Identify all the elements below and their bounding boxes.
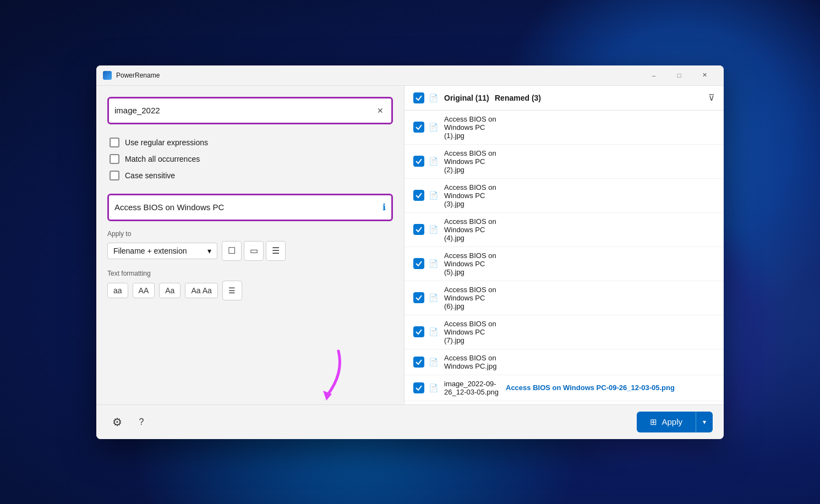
apply-dropdown-button[interactable]: ▾ bbox=[696, 412, 713, 432]
row-checkbox[interactable] bbox=[413, 357, 424, 368]
icon-btn-group: ☐ ▭ ☰ bbox=[222, 241, 286, 261]
uppercase-button[interactable]: AA bbox=[133, 283, 155, 298]
file-name-original: Access BIOS on Windows PC.jpg bbox=[444, 354, 501, 370]
file-icon: 📄 bbox=[429, 225, 440, 234]
match-all-label: Match all occurrences bbox=[125, 155, 200, 163]
main-content: ✕ Use regular expressions Match all occu… bbox=[96, 85, 724, 404]
text-formatting-row: aa AA Aa Aa Aa ☰ bbox=[107, 281, 393, 300]
file-row: 📄Access BIOS on Windows PC.jpg bbox=[404, 349, 724, 375]
case-sensitive-label: Case sensitive bbox=[125, 171, 175, 180]
clear-search-button[interactable]: ✕ bbox=[375, 105, 386, 116]
right-panel: 📄 Original (11) Renamed (3) ⊽ 📄Access BI… bbox=[404, 86, 724, 404]
file-row: 📄Access BIOS on Windows PC (2).jpg bbox=[404, 145, 724, 179]
header-file-icon: 📄 bbox=[429, 92, 440, 103]
row-checkbox[interactable] bbox=[413, 326, 424, 337]
power-rename-window: PowerRename – □ ✕ ✕ Use regular expressi… bbox=[96, 65, 724, 439]
replace-input[interactable] bbox=[114, 202, 382, 212]
file-row: 📄image_2022-09-26_12-03-05.pngAccess BIO… bbox=[404, 375, 724, 401]
file-row: 📄Access BIOS on Windows PC (5).jpg bbox=[404, 247, 724, 281]
file-icon-button[interactable]: ☐ bbox=[222, 241, 242, 261]
file-icon: 📄 bbox=[429, 259, 440, 268]
case-sensitive-checkbox[interactable] bbox=[110, 171, 119, 180]
window-title: PowerRename bbox=[116, 72, 160, 79]
search-input[interactable] bbox=[114, 106, 375, 115]
file-list: 📄Access BIOS on Windows PC (1).jpg📄Acces… bbox=[404, 111, 724, 404]
file-name-original: Access BIOS on Windows PC (6).jpg bbox=[444, 286, 501, 310]
window-controls: – □ ✕ bbox=[641, 67, 717, 84]
file-row: 📄Access BIOS on Windows PC (7).jpg bbox=[404, 315, 724, 349]
file-row: 📄Access BIOS on Windows PC (6).jpg bbox=[404, 281, 724, 315]
replace-box: ℹ bbox=[109, 195, 391, 220]
case-sensitive-row: Case sensitive bbox=[110, 171, 391, 180]
file-row: 📄Access BIOS on Windows PC (3).jpg bbox=[404, 179, 724, 213]
file-name-original: Access BIOS on Windows PC (2).jpg bbox=[444, 149, 501, 174]
apply-icon: ⊞ bbox=[650, 417, 657, 427]
file-name-original: Access BIOS on Windows PC (4).jpg bbox=[444, 217, 501, 242]
row-checkbox[interactable] bbox=[413, 190, 424, 201]
file-icon: 📄 bbox=[429, 293, 440, 302]
list-icon-button[interactable]: ☰ bbox=[266, 241, 286, 261]
row-checkbox[interactable] bbox=[413, 156, 424, 167]
file-icon: 📄 bbox=[429, 327, 440, 336]
apply-btn-group: ⊞ Apply ▾ bbox=[637, 412, 713, 432]
use-regex-checkbox[interactable] bbox=[110, 138, 119, 147]
bottom-left: ⚙ ? bbox=[107, 412, 151, 432]
apply-to-row: Filename + extension ▾ ☐ ▭ ☰ bbox=[107, 241, 393, 261]
text-formatting-label: Text formatting bbox=[107, 270, 393, 277]
file-row: 📄Access BIOS on Windows PC (4).jpg bbox=[404, 213, 724, 247]
col-original-header: Original (11) bbox=[444, 94, 490, 102]
page-icon-button[interactable]: ▭ bbox=[244, 241, 264, 261]
search-box: ✕ bbox=[109, 98, 391, 123]
app-icon bbox=[103, 71, 112, 80]
options-checkboxes: Use regular expressions Match all occurr… bbox=[107, 133, 393, 185]
minimize-button[interactable]: – bbox=[641, 67, 666, 84]
file-row: 📄Access BIOS on Windows PC (1).jpg bbox=[404, 111, 724, 145]
row-checkbox[interactable] bbox=[413, 258, 424, 269]
dropdown-value: Filename + extension bbox=[113, 246, 187, 255]
file-name-original: Access BIOS on Windows PC (3).jpg bbox=[444, 183, 501, 208]
use-regex-row: Use regular expressions bbox=[110, 138, 391, 147]
info-button[interactable]: ℹ bbox=[382, 202, 386, 212]
file-name-original: Access BIOS on Windows PC (5).jpg bbox=[444, 251, 501, 276]
close-button[interactable]: ✕ bbox=[692, 67, 717, 84]
apply-to-dropdown[interactable]: Filename + extension ▾ bbox=[107, 243, 217, 259]
apply-to-label: Apply to bbox=[107, 230, 393, 238]
bottom-bar: ⚙ ? ⊞ Apply ▾ bbox=[96, 404, 724, 439]
file-name-renamed: Access BIOS on Windows PC-09-26_12-03-05… bbox=[506, 384, 715, 392]
file-row: 📄image_2022-09-26_12-03-47.pngAccess BIO… bbox=[404, 401, 724, 404]
file-icon: 📄 bbox=[429, 358, 440, 366]
left-panel: ✕ Use regular expressions Match all occu… bbox=[96, 86, 404, 404]
header-checkbox[interactable] bbox=[413, 92, 424, 103]
file-icon: 📄 bbox=[429, 157, 440, 166]
match-all-checkbox[interactable] bbox=[110, 154, 119, 164]
file-list-header: 📄 Original (11) Renamed (3) ⊽ bbox=[404, 86, 724, 111]
maximize-button[interactable]: □ bbox=[666, 67, 692, 84]
file-icon: 📄 bbox=[429, 384, 440, 392]
use-regex-label: Use regular expressions bbox=[125, 138, 208, 147]
apply-label: Apply bbox=[662, 417, 682, 426]
match-all-row: Match all occurrences bbox=[110, 154, 391, 164]
row-checkbox[interactable] bbox=[413, 224, 424, 235]
file-name-original: image_2022-09-26_12-03-05.png bbox=[444, 380, 501, 396]
dropdown-arrow-icon: ▾ bbox=[207, 246, 211, 255]
titlecase-button[interactable]: Aa bbox=[159, 283, 181, 298]
file-icon: 📄 bbox=[429, 191, 440, 200]
help-button[interactable]: ? bbox=[132, 412, 151, 432]
lowercase-button[interactable]: aa bbox=[107, 283, 128, 298]
file-name-original: Access BIOS on Windows PC (7).jpg bbox=[444, 320, 501, 344]
replace-box-wrapper: ℹ bbox=[107, 194, 393, 221]
filter-button[interactable]: ⊽ bbox=[708, 92, 715, 103]
file-name-original: Access BIOS on Windows PC (1).jpg bbox=[444, 115, 501, 140]
search-box-wrapper: ✕ bbox=[107, 97, 393, 124]
align-button[interactable]: ☰ bbox=[222, 281, 242, 300]
apply-button[interactable]: ⊞ Apply bbox=[637, 412, 696, 432]
title-bar-left: PowerRename bbox=[103, 71, 160, 80]
row-checkbox[interactable] bbox=[413, 292, 424, 303]
capitalize-button[interactable]: Aa Aa bbox=[185, 283, 217, 298]
col-renamed-header: Renamed (3) bbox=[495, 94, 704, 102]
row-checkbox[interactable] bbox=[413, 382, 424, 393]
title-bar: PowerRename – □ ✕ bbox=[96, 65, 724, 85]
settings-button[interactable]: ⚙ bbox=[107, 412, 127, 432]
file-icon: 📄 bbox=[429, 123, 440, 132]
row-checkbox[interactable] bbox=[413, 122, 424, 133]
